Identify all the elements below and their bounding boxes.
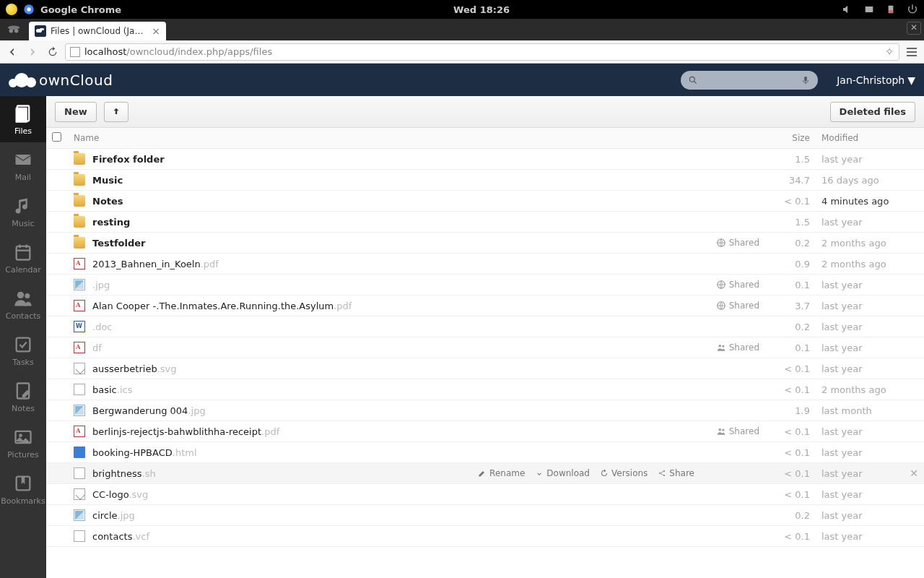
file-row[interactable]: CC-logo.svg< 0.1last year [46,484,924,505]
file-row[interactable]: brightness.shRenameDownloadVersionsShare… [46,463,924,484]
svg-rect-13 [16,155,31,165]
shared-indicator[interactable]: Shared [706,238,759,248]
file-type-icon [74,342,85,353]
shared-indicator[interactable]: Shared [706,280,759,290]
name-cell[interactable]: CC-logo.svg [68,484,700,505]
file-ext: .svg [157,363,177,374]
mic-icon[interactable] [801,75,811,85]
file-row[interactable]: ausserbetrieb.svg< 0.1last year [46,358,924,379]
file-row[interactable]: Alan Cooper -.The.Inmates.Are.Running.th… [46,296,924,316]
upload-button[interactable] [104,102,128,122]
deleted-files-button[interactable]: Deleted files [830,102,915,122]
svg-point-7 [14,29,18,33]
delete-action[interactable]: ✕ [910,467,918,479]
sidebar-item-label: Bookmarks [1,496,45,506]
file-row[interactable]: booking-HPBACD.html< 0.1last year [46,442,924,463]
system-menubar: Google Chrome Wed 18:26 [0,0,924,19]
sidebar-item-calendar[interactable]: Calendar [0,235,46,281]
sidebar-item-music[interactable]: Music [0,189,46,235]
sidebar-item-notes[interactable]: Notes [0,374,46,420]
name-cell[interactable]: Firefox folder [68,149,700,170]
file-row[interactable]: resting1.5last year [46,212,924,233]
name-cell[interactable]: .doc [68,316,700,337]
column-header-size[interactable]: Size [765,128,816,149]
file-size: < 0.1 [765,442,816,463]
tab-close-icon[interactable]: × [152,25,160,37]
power-icon[interactable] [907,4,918,15]
file-row[interactable]: Music34.716 days ago [46,170,924,191]
sidebar-item-contacts[interactable]: Contacts [0,281,46,327]
calendar-icon [13,242,33,262]
name-cell[interactable]: contacts.vcf [68,526,700,547]
back-button[interactable] [4,44,20,60]
browser-tab[interactable]: Files | ownCloud (Jan-Chri × [29,22,166,40]
search-input[interactable] [681,71,818,90]
mail-icon [13,150,33,170]
owncloud-logo[interactable]: ownCloud [9,72,113,89]
file-type-icon [74,467,85,479]
new-button[interactable]: New [55,102,97,122]
sidebar-item-tasks[interactable]: Tasks [0,327,46,374]
download-action[interactable]: Download [535,468,590,478]
sidebar-item-bookmarks[interactable]: Bookmarks [0,466,46,512]
name-cell[interactable]: circle.jpg [68,505,700,526]
name-cell[interactable]: Notes [68,191,700,212]
name-cell[interactable]: Bergwanderung 004.jpg [68,400,700,421]
name-cell[interactable]: ausserbetrieb.svg [68,358,700,379]
file-type-icon [74,300,85,311]
file-row[interactable]: berlinjs-rejectjs-bahwblithha-receipt.pd… [46,421,924,442]
file-type-icon [74,174,85,186]
name-cell[interactable]: berlinjs-rejectjs-bahwblithha-receipt.pd… [68,421,700,442]
file-row[interactable]: contacts.vcf< 0.1last year [46,526,924,547]
address-bar[interactable]: localhost/owncloud/index.php/apps/files … [65,43,899,61]
shared-indicator[interactable]: Shared [706,426,759,436]
file-row[interactable]: Bergwanderung 004.jpg1.9last month [46,400,924,421]
file-modified: last year [816,316,924,337]
file-ext: .jpg [118,510,135,521]
sidebar-item-files[interactable]: Files [0,96,46,142]
sidebar-item-mail[interactable]: Mail [0,142,46,189]
file-row[interactable]: dfShared0.1last year [46,337,924,358]
file-row[interactable]: 2013_Bahnen_in_Koeln.pdf0.92 months ago [46,254,924,275]
volume-icon[interactable] [842,4,853,15]
file-row[interactable]: basic.ics< 0.12 months ago [46,379,924,400]
name-cell[interactable]: basic.ics [68,379,700,400]
column-header-modified[interactable]: Modified [816,128,924,149]
name-cell[interactable]: Music [68,170,700,191]
file-modified: last year [816,296,924,316]
bookmark-star-icon[interactable]: ✧ [885,45,894,59]
versions-action[interactable]: Versions [600,468,648,478]
file-row[interactable]: circle.jpg0.2last year [46,505,924,526]
cloud-icon [9,73,36,87]
name-cell[interactable]: .jpg [68,275,700,296]
file-modified: 2 months ago [816,233,924,254]
name-cell[interactable]: booking-HPBACD.html [68,442,700,463]
name-cell[interactable]: df [68,337,700,358]
user-menu[interactable]: Jan-Christoph ▼ [837,74,915,86]
select-all-checkbox[interactable] [52,132,61,142]
network-icon[interactable] [863,4,875,15]
name-cell[interactable]: brightness.shRenameDownloadVersionsShare [68,463,700,484]
file-row[interactable]: Notes< 0.14 minutes ago [46,191,924,212]
battery-icon[interactable] [885,4,897,15]
share-action[interactable]: Share [658,468,694,478]
file-row[interactable]: .jpgShared0.1last year [46,275,924,296]
name-cell[interactable]: Alan Cooper -.The.Inmates.Are.Running.th… [68,296,700,316]
file-type-icon [74,258,85,269]
file-row[interactable]: Firefox folder1.5last year [46,149,924,170]
file-row[interactable]: TestfolderShared0.22 months ago [46,233,924,254]
name-cell[interactable]: resting [68,212,700,233]
forward-button[interactable] [25,44,40,60]
name-cell[interactable]: Testfolder [68,233,700,254]
shared-indicator[interactable]: Shared [706,301,759,311]
rename-action[interactable]: Rename [478,468,525,478]
shared-indicator[interactable]: Shared [706,342,759,353]
file-row[interactable]: .doc0.2last year [46,316,924,337]
sidebar-item-pictures[interactable]: Pictures [0,420,46,466]
column-header-name[interactable]: Name [68,128,700,149]
reload-button[interactable] [45,44,61,60]
file-size: 34.7 [765,170,816,191]
name-cell[interactable]: 2013_Bahnen_in_Koeln.pdf [68,254,700,275]
browser-menu-button[interactable] [904,44,920,60]
svg-point-28 [718,345,721,348]
